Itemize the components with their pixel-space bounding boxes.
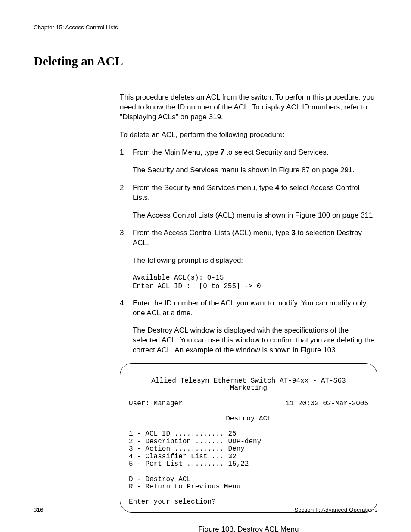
step-4-result: The Destroy ACL window is displayed with… — [133, 326, 377, 355]
step-3-prompt-label: The following prompt is displayed: — [133, 256, 377, 266]
step-4: 4. Enter the ID number of the ACL you wa… — [120, 299, 377, 356]
intro-paragraph-1: This procedure deletes an ACL from the s… — [120, 93, 377, 122]
terminal-user: User: Manager — [129, 400, 183, 408]
step-1-result: The Security and Services menu is shown … — [133, 165, 377, 175]
step-2-instruction: From the Security and Services menu, typ… — [133, 183, 377, 203]
terminal-timestamp: 11:20:02 02-Mar-2005 — [286, 400, 368, 408]
terminal-menu-items: 1 - ACL ID ............ 25 2 - Descripti… — [129, 430, 261, 468]
terminal-title: Allied Telesyn Ethernet Switch AT-94xx -… — [129, 377, 368, 385]
section-label: Section II: Advanced Operations — [294, 506, 377, 514]
terminal-menu-title: Destroy ACL — [129, 415, 368, 423]
body-content: This procedure deletes an ACL from the s… — [120, 93, 377, 355]
intro-paragraph-2: To delete an ACL, perform the following … — [120, 130, 377, 140]
step-number: 4. — [120, 299, 126, 308]
figure-caption: Figure 103. Destroy ACL Menu — [120, 525, 377, 532]
step-3: 3. From the Access Control Lists (ACL) m… — [120, 228, 377, 291]
step-number: 2. — [120, 183, 126, 193]
step-number: 3. — [120, 228, 126, 238]
page-number: 316 — [34, 506, 44, 514]
running-header: Chapter 15: Access Control Lists — [34, 24, 377, 31]
section-heading: Deleting an ACL — [34, 53, 377, 72]
step-number: 1. — [120, 148, 126, 158]
step-2: 2. From the Security and Services menu, … — [120, 183, 377, 221]
terminal-window: Allied Telesyn Ethernet Switch AT-94xx -… — [120, 363, 377, 513]
step-3-terminal-prompt: Available ACL(s): 0-15 Enter ACL ID : [0… — [133, 274, 377, 291]
step-4-instruction: Enter the ID number of the ACL you want … — [133, 299, 377, 318]
terminal-selection-prompt: Enter your selection? — [129, 498, 216, 506]
step-1-instruction: From the Main Menu, type 7 to select Sec… — [133, 148, 377, 158]
terminal-menu-actions: D - Destroy ACL R - Return to Previous M… — [129, 476, 240, 491]
terminal-subtitle: Marketing — [129, 385, 368, 392]
step-2-result: The Access Control Lists (ACL) menu is s… — [133, 211, 377, 221]
step-1: 1. From the Main Menu, type 7 to select … — [120, 148, 377, 175]
step-3-instruction: From the Access Control Lists (ACL) menu… — [133, 228, 377, 248]
